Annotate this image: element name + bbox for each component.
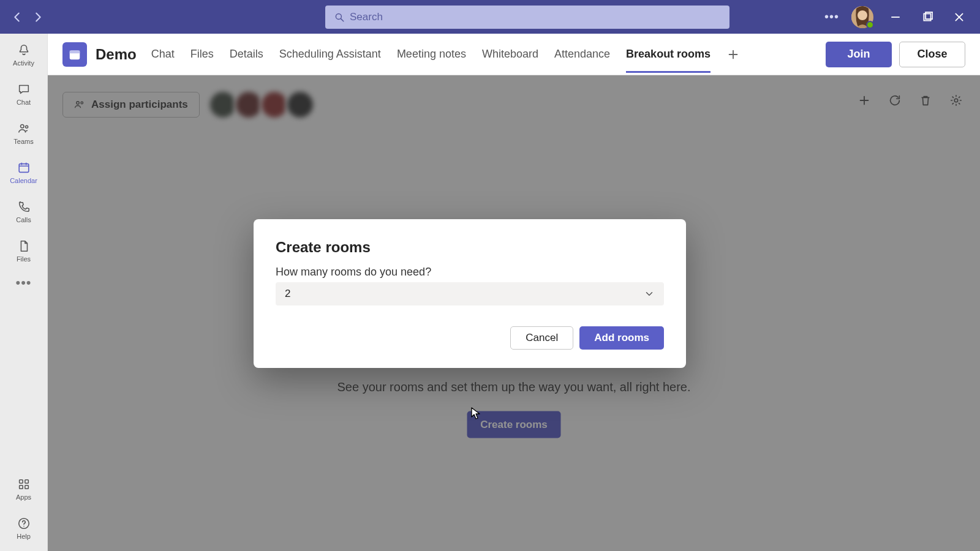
- svg-point-2: [858, 10, 867, 20]
- svg-point-6: [25, 126, 28, 128]
- meeting-header: Demo Chat Files Details Scheduling Assis…: [48, 34, 980, 75]
- chat-icon: [17, 83, 31, 96]
- tab-files[interactable]: Files: [190, 36, 214, 73]
- rail-apps[interactable]: Apps: [5, 474, 43, 504]
- tab-attendance[interactable]: Attendance: [554, 36, 610, 73]
- search-input[interactable]: [350, 11, 721, 23]
- join-button[interactable]: Join: [826, 42, 892, 67]
- file-icon: [17, 239, 31, 253]
- svg-rect-8: [19, 480, 23, 484]
- rail-calls[interactable]: Calls: [5, 197, 43, 227]
- plus-icon: [726, 48, 740, 61]
- app-rail: Activity Chat Teams Calendar Calls Files…: [0, 34, 48, 551]
- svg-rect-9: [24, 480, 28, 484]
- meeting-tabs: Chat Files Details Scheduling Assistant …: [151, 36, 740, 73]
- svg-rect-14: [70, 50, 80, 53]
- rail-chat[interactable]: Chat: [5, 79, 43, 110]
- svg-point-0: [336, 13, 341, 19]
- dialog-title: Create rooms: [276, 239, 664, 256]
- calendar-filled-icon: [68, 48, 81, 61]
- rail-files[interactable]: Files: [5, 236, 43, 266]
- user-avatar[interactable]: [851, 6, 873, 28]
- dialog-cancel-button[interactable]: Cancel: [510, 326, 573, 350]
- meeting-icon: [62, 42, 87, 67]
- history-back-button[interactable]: [9, 9, 26, 26]
- svg-rect-10: [19, 485, 23, 489]
- rail-more-button[interactable]: •••: [15, 275, 31, 291]
- svg-rect-11: [24, 485, 28, 489]
- tab-details[interactable]: Details: [230, 36, 263, 73]
- tab-whiteboard[interactable]: Whiteboard: [482, 36, 538, 73]
- presence-available-icon: [866, 21, 874, 29]
- apps-icon: [17, 478, 31, 491]
- chevron-down-icon: [644, 288, 655, 299]
- minimize-icon: [890, 12, 901, 23]
- tab-chat[interactable]: Chat: [151, 36, 175, 73]
- meeting-title: Demo: [96, 46, 137, 63]
- close-button[interactable]: Close: [899, 42, 965, 67]
- rail-help-label: Help: [17, 533, 31, 540]
- bell-icon: [17, 43, 31, 57]
- rail-calendar[interactable]: Calendar: [5, 157, 43, 188]
- chevron-right-icon: [31, 10, 45, 24]
- svg-point-5: [20, 125, 24, 129]
- rail-calls-label: Calls: [16, 216, 31, 223]
- mouse-cursor-icon: [471, 407, 481, 421]
- close-icon: [954, 12, 965, 23]
- tab-meeting-notes[interactable]: Meeting notes: [397, 36, 466, 73]
- window-close-button[interactable]: [949, 7, 969, 27]
- help-icon: [17, 517, 31, 530]
- calendar-icon: [17, 161, 31, 174]
- dialog-add-rooms-button[interactable]: Add rooms: [579, 326, 664, 350]
- room-count-select[interactable]: 2: [276, 282, 664, 305]
- titlebar: •••: [0, 0, 980, 34]
- rail-activity-label: Activity: [13, 59, 34, 67]
- people-icon: [17, 122, 31, 135]
- rail-apps-label: Apps: [16, 493, 31, 501]
- create-rooms-dialog: Create rooms How many rooms do you need?…: [254, 219, 686, 368]
- dialog-question: How many rooms do you need?: [276, 266, 664, 279]
- room-count-value: 2: [285, 288, 290, 300]
- rail-teams-label: Teams: [13, 138, 33, 145]
- add-tab-button[interactable]: [726, 48, 740, 61]
- svg-rect-7: [19, 164, 29, 173]
- settings-more-button[interactable]: •••: [824, 10, 839, 24]
- search-box[interactable]: [325, 6, 729, 29]
- tab-breakout-rooms[interactable]: Breakout rooms: [626, 36, 710, 73]
- maximize-icon: [922, 12, 933, 23]
- phone-icon: [17, 200, 31, 214]
- rail-activity[interactable]: Activity: [5, 40, 43, 70]
- tab-scheduling-assistant[interactable]: Scheduling Assistant: [279, 36, 381, 73]
- window-minimize-button[interactable]: [886, 7, 905, 27]
- search-icon: [334, 12, 345, 23]
- window-maximize-button[interactable]: [918, 7, 937, 27]
- rail-calendar-label: Calendar: [10, 177, 37, 184]
- history-forward-button[interactable]: [29, 9, 47, 26]
- chevron-left-icon: [10, 10, 24, 24]
- rail-help[interactable]: Help: [5, 513, 43, 544]
- rail-files-label: Files: [17, 255, 31, 263]
- rail-chat-label: Chat: [17, 99, 31, 106]
- rail-teams[interactable]: Teams: [5, 118, 43, 149]
